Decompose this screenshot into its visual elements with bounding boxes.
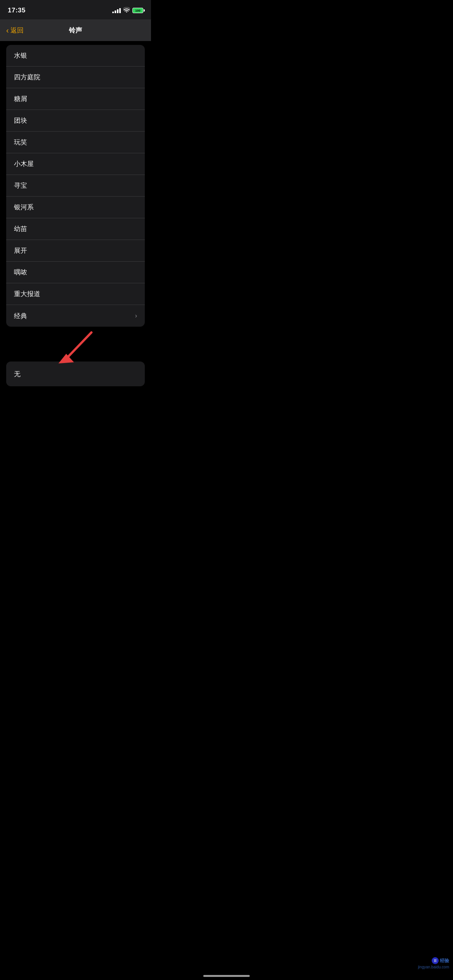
none-section: 无 <box>6 362 145 386</box>
list-item[interactable]: 小木屋 <box>6 153 145 175</box>
annotation-arrow <box>6 331 145 358</box>
arrow-svg <box>6 331 145 365</box>
list-item[interactable]: 喁哝 <box>6 262 145 283</box>
signal-icon <box>112 8 121 13</box>
ringtone-label: 玩笑 <box>14 138 27 147</box>
list-item[interactable]: 玩笑 <box>6 132 145 153</box>
list-item[interactable]: 寻宝 <box>6 175 145 197</box>
ringtone-label: 银河系 <box>14 203 34 212</box>
ringtone-label: 水银 <box>14 51 27 60</box>
list-item[interactable]: 水银 <box>6 45 145 67</box>
ringtone-label: 寻宝 <box>14 181 27 190</box>
svg-line-0 <box>64 332 91 361</box>
ringtone-label: 团块 <box>14 116 27 125</box>
ringtone-label: 经典 <box>14 312 27 320</box>
ringtone-label: 四方庭院 <box>14 73 40 82</box>
ringtone-label: 展开 <box>14 246 27 255</box>
battery-level: 100 <box>135 9 140 12</box>
ringtone-label: 糖屑 <box>14 94 27 103</box>
list-item-classic[interactable]: 经典 › <box>6 305 145 327</box>
nav-title: 铃声 <box>69 26 82 35</box>
ringtone-label: 幼苗 <box>14 224 27 233</box>
nav-bar: ‹ 返回 铃声 <box>0 19 151 41</box>
back-button[interactable]: ‹ 返回 <box>6 26 24 35</box>
ringtone-label: 小木屋 <box>14 159 34 168</box>
status-bar: 17:35 100 <box>0 0 151 19</box>
list-item[interactable]: 银河系 <box>6 197 145 218</box>
ringtone-list: 水银 四方庭院 糖屑 团块 玩笑 小木屋 寻宝 银河系 幼苗 展开 喁哝 重大报… <box>6 45 145 327</box>
back-label: 返回 <box>10 26 24 35</box>
list-item[interactable]: 团块 <box>6 110 145 132</box>
battery-icon: 100 <box>132 8 143 13</box>
ringtone-label: 重大报道 <box>14 290 40 298</box>
list-item[interactable]: 糖屑 <box>6 88 145 110</box>
status-time: 17:35 <box>8 7 26 14</box>
none-item[interactable]: 无 <box>6 362 145 386</box>
list-item[interactable]: 四方庭院 <box>6 67 145 88</box>
none-label: 无 <box>14 370 21 379</box>
back-chevron-icon: ‹ <box>6 26 9 34</box>
list-item[interactable]: 幼苗 <box>6 218 145 240</box>
wifi-icon <box>123 7 130 14</box>
status-icons: 100 <box>112 7 143 14</box>
chevron-right-icon: › <box>135 312 137 319</box>
ringtone-label: 喁哝 <box>14 268 27 277</box>
list-item[interactable]: 重大报道 <box>6 283 145 305</box>
list-item[interactable]: 展开 <box>6 240 145 262</box>
